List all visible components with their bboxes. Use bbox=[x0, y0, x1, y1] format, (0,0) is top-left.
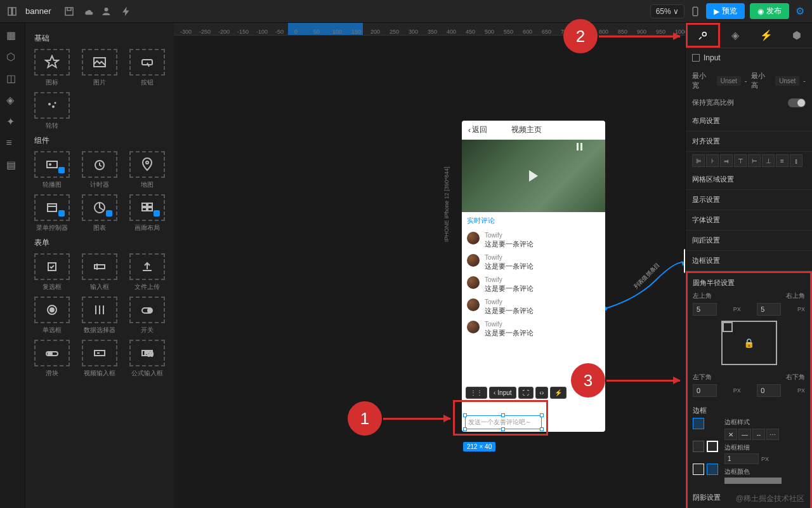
comment-row[interactable]: Towify这是要一条评论 bbox=[462, 229, 605, 251]
tab-layout[interactable]: ◈ bbox=[720, 23, 750, 48]
zoom-select[interactable]: 65% ∨ bbox=[650, 4, 684, 18]
section-font[interactable]: 字体设置 bbox=[686, 210, 812, 231]
comp-video-input[interactable]: 视频输入框 bbox=[78, 340, 121, 378]
corner-br-input[interactable] bbox=[757, 384, 781, 397]
resize-handle[interactable] bbox=[540, 427, 544, 431]
aspect-ratio-toggle[interactable] bbox=[788, 98, 806, 107]
comp-slider-img[interactable]: 轮播图 bbox=[30, 151, 73, 189]
comp-image[interactable]: 图片 bbox=[78, 49, 121, 87]
cloud-icon[interactable] bbox=[82, 6, 94, 17]
list-icon[interactable]: ≡ bbox=[6, 137, 19, 150]
min-width-input[interactable]: Unset bbox=[717, 76, 741, 86]
align-right[interactable]: ⫤ bbox=[720, 154, 733, 167]
tab-style[interactable] bbox=[686, 23, 720, 48]
tab-data[interactable]: ⬢ bbox=[782, 23, 812, 48]
svg-point-3 bbox=[105, 8, 108, 11]
settings-icon[interactable]: ⚙ bbox=[794, 6, 806, 17]
tab-actions[interactable]: ⚡ bbox=[751, 23, 782, 48]
border-dashed[interactable]: -- bbox=[752, 429, 765, 440]
comp-checkbox[interactable]: 复选框 bbox=[30, 253, 73, 291]
align-center-h[interactable]: ⊦ bbox=[706, 154, 719, 167]
border-right[interactable] bbox=[707, 441, 718, 452]
comment-author: Towify bbox=[485, 298, 534, 305]
comment-row[interactable]: Towify这是要一条评论 bbox=[462, 274, 605, 296]
drag-handle[interactable]: ⋮⋮ bbox=[466, 387, 487, 399]
grid-icon[interactable]: ▤ bbox=[6, 159, 19, 171]
border-dotted[interactable]: ⋯ bbox=[766, 429, 779, 440]
resize-handle[interactable] bbox=[501, 427, 505, 431]
comment-row[interactable]: Towify这是要一条评论 bbox=[462, 251, 605, 274]
comp-menu-ctrl[interactable]: 菜单控制器 bbox=[30, 194, 73, 232]
comp-carousel[interactable]: 轮转 bbox=[30, 92, 73, 130]
section-border[interactable]: 边框设置 bbox=[686, 251, 812, 271]
comp-switch[interactable]: 开关 bbox=[126, 297, 169, 335]
resize-handle[interactable] bbox=[501, 413, 505, 417]
components-icon[interactable]: ◫ bbox=[6, 72, 19, 85]
comment-row[interactable]: Towify这是要一条评论 bbox=[462, 318, 605, 340]
page-icon[interactable]: ▦ bbox=[6, 29, 19, 42]
corner-tr-input[interactable] bbox=[757, 303, 781, 316]
corner-bl-input[interactable] bbox=[693, 384, 717, 397]
resize-handle[interactable] bbox=[463, 413, 467, 417]
comp-button[interactable]: 按钮 bbox=[126, 49, 169, 87]
comp-radio[interactable]: 单选框 bbox=[30, 297, 73, 335]
section-grid-area[interactable]: 网格区域设置 bbox=[686, 170, 812, 190]
avatar bbox=[467, 232, 480, 244]
border-all[interactable] bbox=[693, 418, 704, 429]
border-none[interactable]: ✕ bbox=[724, 429, 737, 440]
code-icon[interactable]: ‹› bbox=[535, 387, 549, 399]
preview-button[interactable]: ▶ 预览 bbox=[706, 3, 745, 19]
layers-icon[interactable] bbox=[6, 6, 18, 17]
align-bottom[interactable]: ⊥ bbox=[762, 154, 775, 167]
comp-upload[interactable]: 文件上传 bbox=[126, 253, 169, 291]
border-color-swatch[interactable] bbox=[724, 478, 782, 484]
back-button[interactable]: ‹ 返回 bbox=[468, 124, 487, 135]
popout-comment-card[interactable]: Towify这是要一条评论 bbox=[684, 249, 685, 273]
svg-rect-4 bbox=[693, 7, 698, 16]
comment-text: 这是要一条评论 bbox=[485, 284, 534, 293]
layers2-icon[interactable]: ◈ bbox=[6, 94, 19, 107]
comp-icon[interactable]: 图标 bbox=[30, 49, 73, 87]
align-top[interactable]: ⊤ bbox=[734, 154, 747, 167]
border-solid[interactable]: — bbox=[738, 429, 751, 440]
comp-map[interactable]: 地图 bbox=[126, 151, 169, 189]
bolt-icon[interactable]: ⚡ bbox=[550, 387, 566, 399]
border-bottom[interactable] bbox=[693, 464, 704, 475]
lock-icon[interactable]: 🔒 bbox=[743, 338, 754, 348]
comp-chart[interactable]: 图表 bbox=[78, 194, 121, 232]
comment-row[interactable]: Towify这是要一条评论 bbox=[462, 296, 605, 318]
expand-icon[interactable]: ⛶ bbox=[518, 387, 534, 399]
border-width-input[interactable] bbox=[724, 453, 759, 464]
section-display[interactable]: 显示设置 bbox=[686, 190, 812, 210]
svg-point-13 bbox=[146, 161, 148, 164]
publish-button[interactable]: ◉ 发布 bbox=[750, 3, 789, 19]
selected-element-name: Input bbox=[686, 48, 812, 67]
user-add-icon[interactable] bbox=[102, 6, 113, 17]
min-height-input[interactable]: Unset bbox=[775, 76, 799, 86]
video-player[interactable] bbox=[462, 140, 605, 212]
canvas[interactable]: -300-250-200-150-100-5005010015020025030… bbox=[174, 23, 685, 508]
section-spacing[interactable]: 间距设置 bbox=[686, 231, 812, 251]
comp-gallery[interactable]: 画廊布局 bbox=[126, 194, 169, 232]
border-left[interactable] bbox=[707, 464, 718, 475]
comp-input[interactable]: 输入框 bbox=[78, 253, 121, 291]
save-icon[interactable] bbox=[63, 6, 75, 17]
device-icon[interactable] bbox=[690, 6, 701, 17]
pin-icon[interactable]: ✦ bbox=[6, 116, 19, 128]
distribute-h[interactable]: ≡ bbox=[776, 154, 789, 167]
comp-slider[interactable]: 滑块 bbox=[30, 340, 73, 378]
tree-icon[interactable]: ⬡ bbox=[6, 51, 19, 64]
bolt-icon[interactable] bbox=[121, 6, 132, 17]
resize-handle[interactable] bbox=[540, 413, 544, 417]
comp-timer[interactable]: 计时器 bbox=[78, 151, 121, 189]
breadcrumb-input[interactable]: ‹ Input bbox=[489, 387, 516, 399]
resize-handle[interactable] bbox=[463, 427, 467, 431]
section-layout[interactable]: 布局设置 bbox=[686, 111, 812, 131]
comp-data-picker[interactable]: 数据选择器 bbox=[78, 297, 121, 335]
align-center-v[interactable]: ⊢ bbox=[748, 154, 761, 167]
distribute-v[interactable]: ⫿ bbox=[790, 154, 802, 167]
align-left[interactable]: ⊫ bbox=[692, 154, 705, 167]
border-top[interactable] bbox=[693, 441, 704, 452]
comp-formula[interactable]: F(X)公式输入框 bbox=[126, 340, 169, 378]
corner-tl-input[interactable] bbox=[693, 303, 717, 316]
